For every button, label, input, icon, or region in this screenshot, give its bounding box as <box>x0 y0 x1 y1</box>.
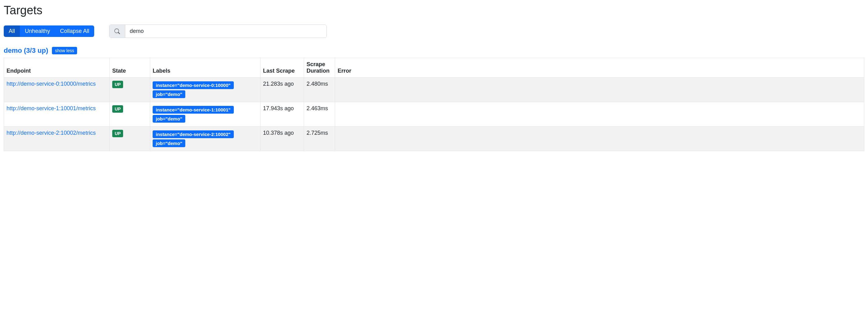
endpoint-link[interactable]: http://demo-service-2:10002/metrics <box>6 130 96 136</box>
filter-button-group: All Unhealthy Collapse All <box>4 26 94 37</box>
label-pill: instance="demo-service-1:10001" <box>153 106 234 114</box>
state-badge: UP <box>112 81 123 88</box>
endpoint-link[interactable]: http://demo-service-1:10001/metrics <box>6 105 96 111</box>
controls-row: All Unhealthy Collapse All <box>4 25 864 38</box>
table-row: http://demo-service-2:10002/metricsUPins… <box>4 127 864 151</box>
col-scrape-duration-header: Scrape Duration <box>304 58 335 78</box>
label-pill: instance="demo-service-0:10000" <box>153 81 234 89</box>
label-pill: job="demo" <box>153 90 185 98</box>
col-state-header: State <box>110 58 150 78</box>
label-pill: instance="demo-service-2:10002" <box>153 131 234 138</box>
group-header: demo (3/3 up) show less <box>4 46 864 55</box>
scrape-duration-cell: 2.480ms <box>304 78 335 102</box>
last-scrape-cell: 10.378s ago <box>260 127 304 151</box>
scrape-duration-cell: 2.463ms <box>304 102 335 127</box>
filter-all-button[interactable]: All <box>4 26 20 37</box>
col-labels-header: Labels <box>150 58 260 78</box>
state-badge: UP <box>112 105 123 113</box>
search-group <box>109 25 327 38</box>
show-less-button[interactable]: show less <box>52 47 77 54</box>
scrape-duration-cell: 2.725ms <box>304 127 335 151</box>
table-header-row: Endpoint State Labels Last Scrape Scrape… <box>4 58 864 78</box>
endpoint-link[interactable]: http://demo-service-0:10000/metrics <box>6 81 96 87</box>
group-title-link[interactable]: demo (3/3 up) <box>4 46 48 55</box>
last-scrape-cell: 21.283s ago <box>260 78 304 102</box>
last-scrape-cell: 17.943s ago <box>260 102 304 127</box>
targets-table: Endpoint State Labels Last Scrape Scrape… <box>4 58 864 151</box>
label-pill: job="demo" <box>153 115 185 122</box>
label-pill: job="demo" <box>153 139 185 147</box>
table-row: http://demo-service-1:10001/metricsUPins… <box>4 102 864 127</box>
error-cell <box>335 78 864 102</box>
col-endpoint-header: Endpoint <box>4 58 110 78</box>
filter-unhealthy-button[interactable]: Unhealthy <box>20 26 55 37</box>
page-title: Targets <box>4 4 864 17</box>
error-cell <box>335 127 864 151</box>
table-row: http://demo-service-0:10000/metricsUPins… <box>4 78 864 102</box>
col-last-scrape-header: Last Scrape <box>260 58 304 78</box>
state-badge: UP <box>112 130 123 137</box>
search-icon <box>110 25 125 38</box>
error-cell <box>335 102 864 127</box>
search-input[interactable] <box>125 25 327 38</box>
col-error-header: Error <box>335 58 864 78</box>
collapse-all-button[interactable]: Collapse All <box>55 26 94 37</box>
